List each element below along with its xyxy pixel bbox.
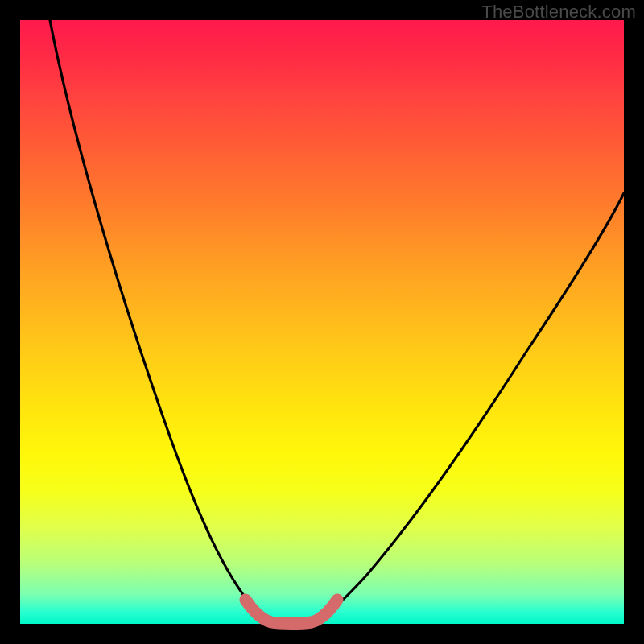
valley-highlight (246, 600, 337, 624)
chart-frame: TheBottleneck.com (0, 0, 644, 644)
right-curve (310, 193, 624, 623)
plot-area (20, 20, 624, 624)
watermark-text: TheBottleneck.com (481, 2, 636, 23)
curve-layer (20, 20, 624, 624)
left-curve (50, 20, 276, 623)
